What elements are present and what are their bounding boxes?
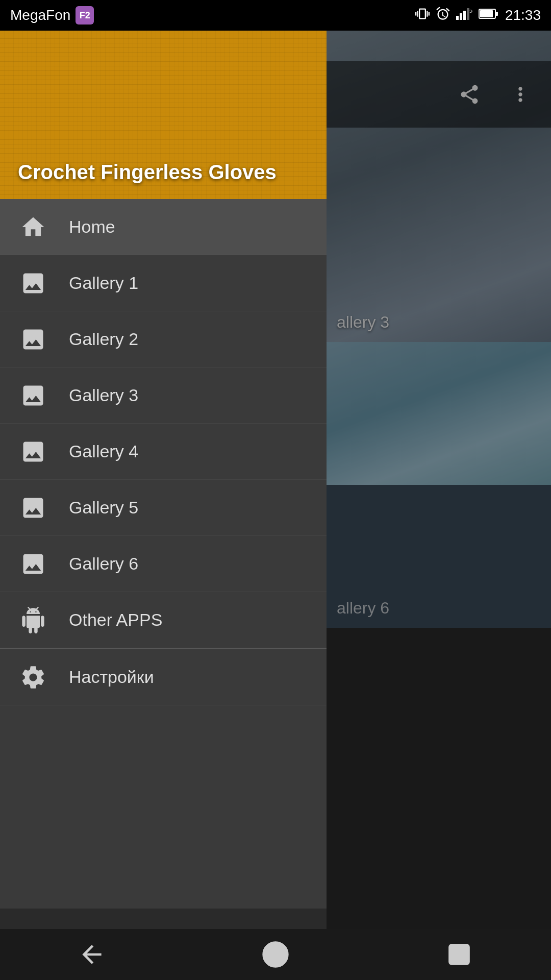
status-bar-left: MegaFon F2 bbox=[10, 6, 94, 24]
gallery4-icon bbox=[18, 436, 48, 467]
gallery1-icon bbox=[18, 268, 48, 299]
drawer-header-title: Crochet Fingerless Gloves bbox=[18, 161, 277, 184]
nav-items-list: Home Gallery 1 Gallery 2 bbox=[0, 199, 327, 909]
alarm-icon bbox=[436, 7, 450, 24]
nav-gallery5-label: Gallery 5 bbox=[69, 498, 138, 518]
nav-other-apps-label: Other APPS bbox=[69, 610, 162, 630]
nav-item-settings[interactable]: Настройки bbox=[0, 649, 327, 705]
home-icon bbox=[18, 212, 48, 242]
back-button[interactable] bbox=[66, 934, 117, 975]
nav-item-gallery4[interactable]: Gallery 4 bbox=[0, 424, 327, 480]
svg-rect-7 bbox=[480, 10, 493, 17]
nav-item-gallery3[interactable]: Gallery 3 bbox=[0, 368, 327, 424]
vibrate-icon bbox=[415, 7, 430, 24]
nav-gallery2-label: Gallery 2 bbox=[69, 329, 138, 349]
status-bar-right: 3G 21:33 bbox=[415, 7, 541, 24]
nav-item-gallery2[interactable]: Gallery 2 bbox=[0, 311, 327, 368]
nav-item-gallery6[interactable]: Gallery 6 bbox=[0, 536, 327, 592]
svg-rect-0 bbox=[456, 16, 459, 20]
recents-button[interactable] bbox=[434, 934, 485, 975]
svg-point-8 bbox=[264, 943, 288, 967]
main-content: Crochet Fingerless Gloves allery 3 aller… bbox=[0, 31, 551, 939]
gallery3-nav-icon bbox=[18, 380, 48, 411]
svg-text:3G: 3G bbox=[469, 9, 472, 14]
time-display: 21:33 bbox=[505, 7, 541, 23]
nav-gallery4-label: Gallery 4 bbox=[69, 442, 138, 461]
gallery2-icon bbox=[18, 324, 48, 355]
nav-item-home[interactable]: Home bbox=[0, 199, 327, 255]
android-icon bbox=[18, 605, 48, 635]
drawer-scrim[interactable] bbox=[327, 31, 551, 939]
home-button[interactable] bbox=[250, 934, 301, 975]
navigation-drawer: Crochet Fingerless Gloves Home bbox=[0, 31, 327, 909]
nav-settings-label: Настройки bbox=[69, 667, 154, 687]
svg-rect-1 bbox=[460, 13, 462, 20]
carrier-icon: F2 bbox=[76, 6, 94, 24]
signal-icon: 3G bbox=[456, 7, 472, 24]
nav-home-label: Home bbox=[69, 217, 115, 237]
gallery5-nav-icon bbox=[18, 493, 48, 523]
carrier-name: MegaFon bbox=[10, 7, 70, 23]
svg-rect-2 bbox=[463, 11, 466, 20]
gallery6-nav-icon bbox=[18, 549, 48, 579]
svg-rect-6 bbox=[495, 12, 498, 16]
status-bar: MegaFon F2 3G bbox=[0, 0, 551, 31]
nav-gallery1-label: Gallery 1 bbox=[69, 273, 138, 293]
bottom-navigation bbox=[0, 929, 551, 980]
drawer-header: Crochet Fingerless Gloves bbox=[0, 31, 327, 199]
settings-icon bbox=[18, 662, 48, 693]
nav-gallery3-label: Gallery 3 bbox=[69, 385, 138, 405]
battery-icon bbox=[479, 8, 499, 23]
nav-item-other-apps[interactable]: Other APPS bbox=[0, 592, 327, 648]
nav-gallery6-label: Gallery 6 bbox=[69, 554, 138, 574]
svg-rect-9 bbox=[449, 945, 469, 964]
nav-item-gallery5[interactable]: Gallery 5 bbox=[0, 480, 327, 536]
nav-item-gallery1[interactable]: Gallery 1 bbox=[0, 255, 327, 311]
